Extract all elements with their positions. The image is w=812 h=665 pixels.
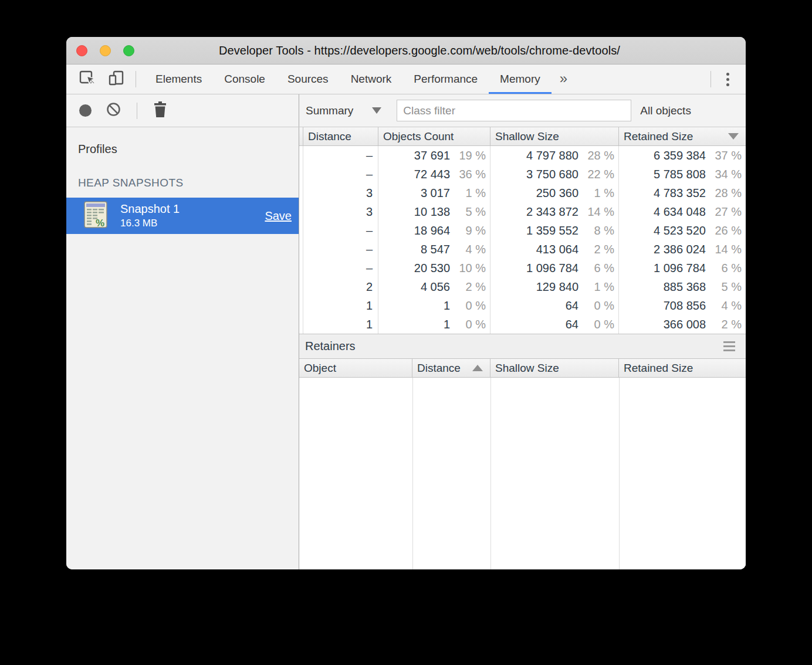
sort-ascending-icon <box>472 365 483 371</box>
heap-table-row[interactable]: 3 3 017 1 % 250 360 1 % 4 783 352 28 % <box>299 184 746 202</box>
retained-size-percent: 6 % <box>708 262 746 275</box>
minimize-window-button[interactable] <box>100 45 111 56</box>
sort-descending-icon <box>728 133 739 140</box>
retained-size-percent: 5 % <box>708 280 746 294</box>
traffic-lights <box>76 37 134 64</box>
panel-tabs: Elements Console Sources Network Perform… <box>144 65 576 94</box>
distance-cell: – <box>303 240 378 259</box>
distance-cell: 1 <box>303 315 378 334</box>
shallow-size-cell: 1 096 784 6 % <box>490 259 619 277</box>
heap-table-row[interactable]: 1 1 0 % 64 0 % 366 008 2 % <box>299 315 746 334</box>
constructor-cell-stub <box>299 277 303 296</box>
column-header-label: Distance <box>417 362 461 375</box>
objects-count-value: 20 530 <box>378 262 452 275</box>
retained-size-percent: 4 % <box>708 299 746 313</box>
constructor-cell-stub <box>299 315 303 334</box>
heap-table-row[interactable]: 3 10 138 5 % 2 343 872 14 % 4 634 048 27… <box>299 202 746 221</box>
close-window-button[interactable] <box>76 45 87 56</box>
objects-count-percent: 4 % <box>452 243 490 256</box>
all-objects-select[interactable]: All objects <box>640 104 691 117</box>
perspective-select[interactable]: Summary <box>306 104 353 117</box>
menu-divider <box>710 71 711 87</box>
shallow-size-value: 4 797 880 <box>490 149 581 162</box>
zoom-window-button[interactable] <box>123 45 134 56</box>
retained-size-value: 708 856 <box>619 299 708 313</box>
class-filter-input[interactable] <box>397 100 631 121</box>
heap-table-row[interactable]: – 18 964 9 % 1 359 552 8 % 4 523 520 26 … <box>299 221 746 240</box>
retainers-empty-area[interactable] <box>299 378 746 569</box>
save-snapshot-link[interactable]: Save <box>265 209 292 223</box>
memory-toolbar: Summary All objects <box>66 94 746 127</box>
column-header-distance[interactable]: Distance <box>303 127 378 145</box>
more-panels-icon[interactable]: » <box>552 65 576 94</box>
toolbar-divider <box>137 103 137 119</box>
devtools-window: Developer Tools - https://developers.goo… <box>66 37 746 569</box>
shallow-size-cell: 64 0 % <box>490 315 619 334</box>
shallow-size-cell: 64 0 % <box>490 296 619 315</box>
device-toolbar-icon[interactable] <box>108 70 124 89</box>
clear-profiles-icon[interactable] <box>106 102 121 119</box>
shallow-size-cell: 129 840 1 % <box>490 277 619 296</box>
retained-size-value: 4 634 048 <box>619 205 708 219</box>
tab-sources[interactable]: Sources <box>276 65 340 94</box>
column-header-shallow-size[interactable]: Shallow Size <box>490 127 619 145</box>
column-header-retained-size[interactable]: Retained Size <box>619 127 746 145</box>
heap-table-row[interactable]: – 20 530 10 % 1 096 784 6 % 1 096 784 6 … <box>299 259 746 277</box>
tab-performance[interactable]: Performance <box>402 65 489 94</box>
objects-count-value: 8 547 <box>378 243 452 256</box>
objects-count-percent: 36 % <box>452 168 490 181</box>
tab-console[interactable]: Console <box>213 65 276 94</box>
heap-table-row[interactable]: – 8 547 4 % 413 064 2 % 2 386 024 14 % <box>299 240 746 259</box>
retainers-column-distance[interactable]: Distance <box>412 359 490 377</box>
objects-count-cell: 10 138 5 % <box>378 202 490 221</box>
window-titlebar[interactable]: Developer Tools - https://developers.goo… <box>66 37 746 65</box>
shallow-size-percent: 2 % <box>581 243 618 256</box>
objects-count-cell: 1 0 % <box>378 315 490 334</box>
distance-cell: – <box>303 146 378 165</box>
constructor-cell-stub <box>299 221 303 240</box>
retained-size-cell: 4 783 352 28 % <box>619 184 746 202</box>
record-heap-icon[interactable] <box>79 104 92 117</box>
distance-cell: 3 <box>303 202 378 221</box>
objects-count-cell: 37 691 19 % <box>378 146 490 165</box>
delete-snapshot-icon[interactable] <box>153 101 167 120</box>
retained-size-percent: 26 % <box>708 224 746 238</box>
chevron-down-icon[interactable] <box>372 107 381 114</box>
retainers-menu-icon[interactable] <box>721 339 737 354</box>
column-header-objects-count[interactable]: Objects Count <box>378 127 490 145</box>
tab-elements[interactable]: Elements <box>144 65 213 94</box>
heap-table-row[interactable]: – 72 443 36 % 3 750 680 22 % 5 785 808 3… <box>299 165 746 184</box>
snapshot-name: Snapshot 1 <box>120 202 265 216</box>
retainers-column-object[interactable]: Object <box>299 359 412 377</box>
constructor-cell-stub <box>299 146 303 165</box>
inspect-element-icon[interactable] <box>79 70 95 89</box>
retained-size-cell: 4 523 520 26 % <box>619 221 746 240</box>
shallow-size-value: 1 096 784 <box>490 262 581 275</box>
objects-count-percent: 5 % <box>452 205 490 219</box>
retained-size-cell: 366 008 2 % <box>619 315 746 334</box>
objects-count-cell: 18 964 9 % <box>378 221 490 240</box>
objects-count-cell: 1 0 % <box>378 296 490 315</box>
heap-table-row[interactable]: 2 4 056 2 % 129 840 1 % 885 368 5 % <box>299 277 746 296</box>
column-divider <box>412 378 413 569</box>
tab-memory[interactable]: Memory <box>489 65 552 94</box>
heap-table-row[interactable]: 1 1 0 % 64 0 % 708 856 4 % <box>299 296 746 315</box>
profiles-label: Profiles <box>78 142 299 156</box>
retainers-column-retained-size[interactable]: Retained Size <box>619 359 746 377</box>
column-header-label: Retained Size <box>624 130 693 143</box>
retained-size-cell: 4 634 048 27 % <box>619 202 746 221</box>
heap-snapshots-heading: HEAP SNAPSHOTS <box>78 177 299 189</box>
devtools-menu-icon[interactable] <box>724 70 732 89</box>
snapshot-list-item[interactable]: % Snapshot 1 16.3 MB Save <box>66 198 299 234</box>
retainers-column-shallow-size[interactable]: Shallow Size <box>490 359 619 377</box>
shallow-size-cell: 3 750 680 22 % <box>490 165 619 184</box>
profiles-sidebar: Profiles HEAP SNAPSHOTS <box>66 127 299 569</box>
objects-count-percent: 0 % <box>452 318 490 331</box>
constructor-column-stub[interactable] <box>299 127 303 145</box>
tab-network[interactable]: Network <box>340 65 403 94</box>
heap-table-row[interactable]: – 37 691 19 % 4 797 880 28 % 6 359 384 3… <box>299 146 746 165</box>
shallow-size-percent: 6 % <box>581 262 618 275</box>
objects-count-cell: 20 530 10 % <box>378 259 490 277</box>
objects-count-value: 72 443 <box>378 168 452 181</box>
shallow-size-percent: 0 % <box>581 318 618 331</box>
